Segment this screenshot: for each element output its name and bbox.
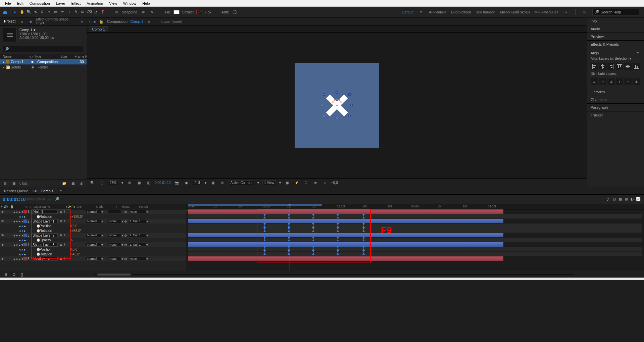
toggle-switches-icon[interactable]: ⊞ bbox=[3, 272, 9, 278]
chevron-right-icon[interactable]: » bbox=[563, 9, 569, 15]
keyframe[interactable] bbox=[312, 237, 314, 241]
render-queue-tab[interactable]: Render Queue bbox=[0, 188, 32, 194]
flowchart-icon[interactable]: ⊕ bbox=[312, 180, 318, 186]
comp-thumbnail[interactable] bbox=[3, 28, 17, 42]
rectangle-tool-icon[interactable]: ▭ bbox=[53, 9, 59, 15]
shy-icon[interactable]: ⤴ bbox=[605, 196, 611, 202]
panel-menu-icon[interactable]: ≡ bbox=[635, 50, 641, 56]
eraser-tool-icon[interactable]: ⌫ bbox=[86, 9, 92, 15]
keyframe[interactable] bbox=[362, 246, 365, 250]
keyframe[interactable] bbox=[263, 246, 266, 250]
timeline-comp-tab[interactable]: Comp 1 bbox=[37, 188, 58, 194]
layer-row[interactable]: 👁 ◂♦▸ ▾ 3 Shape Layer 2 ⊕ / Normal▾ None… bbox=[0, 233, 186, 238]
search-input[interactable]: 🔎 Search Help bbox=[592, 9, 639, 15]
menu-layer[interactable]: Layer bbox=[53, 1, 68, 6]
canvas[interactable] bbox=[295, 63, 379, 148]
panel-libraries[interactable]: Libraries bbox=[587, 88, 644, 96]
keyframe[interactable] bbox=[263, 228, 266, 232]
keyframe[interactable] bbox=[337, 246, 339, 250]
keyframe[interactable] bbox=[312, 214, 314, 218]
graph-editor-icon[interactable]: 📈 bbox=[635, 196, 641, 202]
brush-tool-icon[interactable]: ✎ bbox=[73, 9, 79, 15]
viewer-tab[interactable]: Comp 1 bbox=[89, 26, 108, 32]
snapshot-icon[interactable]: 📷 bbox=[174, 180, 180, 186]
project-search[interactable]: 🔎 bbox=[3, 46, 84, 52]
keyframe[interactable] bbox=[312, 228, 314, 232]
dist-top-icon[interactable]: ⫠ bbox=[591, 78, 598, 85]
snap-edge-icon[interactable]: ⊠ bbox=[140, 9, 146, 15]
resolution-icon[interactable]: ⊞ bbox=[127, 180, 133, 186]
guides-icon[interactable]: ⊞ bbox=[219, 180, 225, 186]
project-item[interactable]: ▸ Comp 1 ■ Composition 30 bbox=[0, 59, 87, 64]
project-item[interactable]: ▸📁 Solids ■ Folder bbox=[0, 64, 87, 70]
workspace-small[interactable]: Маленький экран bbox=[500, 10, 530, 14]
viewport[interactable] bbox=[87, 33, 587, 178]
effect-controls-link[interactable]: ■ bbox=[30, 19, 32, 23]
menu-window[interactable]: Window bbox=[120, 1, 139, 6]
puppet-tool-icon[interactable]: 📍 bbox=[100, 9, 106, 15]
project-tab[interactable]: Project bbox=[2, 18, 17, 25]
panel-preview[interactable]: Preview bbox=[587, 33, 644, 41]
viewer-time[interactable]: 0:00:01:10 bbox=[155, 181, 170, 185]
align-right-icon[interactable] bbox=[607, 63, 615, 70]
dist-hcenter-icon[interactable]: ⫟ bbox=[624, 78, 632, 85]
keyframe[interactable] bbox=[337, 228, 339, 232]
col-size[interactable]: Size bbox=[60, 55, 75, 58]
exposure-value[interactable]: +0,0 bbox=[331, 181, 338, 185]
keyframe[interactable] bbox=[362, 250, 365, 255]
brackets-icon[interactable]: {} bbox=[19, 272, 25, 278]
search-icon[interactable]: 🔎 bbox=[54, 196, 60, 202]
new-comp-icon[interactable]: ▦ bbox=[70, 181, 76, 187]
region-icon[interactable]: ▢ bbox=[99, 180, 105, 186]
magnify-icon[interactable]: 🔍 bbox=[89, 180, 95, 186]
align-left-icon[interactable] bbox=[591, 63, 598, 70]
keyframe[interactable] bbox=[337, 223, 339, 228]
menu-file[interactable]: File bbox=[2, 1, 14, 6]
zoom-slider[interactable] bbox=[94, 274, 574, 275]
comp-tab-name[interactable]: Comp 1 bbox=[130, 19, 143, 23]
snap-collapse-icon[interactable]: ✕ bbox=[149, 9, 155, 15]
keyframe[interactable] bbox=[263, 223, 266, 228]
property-row[interactable]: ◂♦▸ ⌚ Position 0,0,0 bbox=[0, 224, 186, 228]
comp-name[interactable]: Comp 1 ▾ bbox=[19, 28, 54, 32]
keyframe[interactable] bbox=[362, 228, 365, 232]
timeline-ruler[interactable]: 0:00f 10f 20f 01:00f 10f 20f 02:00f 10f … bbox=[186, 204, 644, 209]
keyframe[interactable] bbox=[337, 250, 339, 255]
panel-menu-icon[interactable]: ≡ bbox=[58, 188, 64, 194]
collapse-icon[interactable]: ⊡ bbox=[611, 196, 617, 202]
keyframe[interactable] bbox=[362, 214, 365, 218]
bpc-label[interactable]: 8 bpc bbox=[19, 182, 28, 185]
menu-animation[interactable]: Animation bbox=[84, 1, 106, 6]
playhead[interactable] bbox=[290, 204, 290, 271]
fast-preview-icon[interactable]: ⚡ bbox=[294, 180, 300, 186]
camera-dropdown[interactable]: Active Camera bbox=[229, 180, 254, 185]
pen-tool-icon[interactable]: ✒ bbox=[59, 9, 65, 15]
frame-blend-icon[interactable]: ⊞ bbox=[623, 196, 629, 202]
hand-tool-icon[interactable]: ✋ bbox=[19, 9, 25, 15]
keyframe[interactable] bbox=[337, 237, 339, 241]
resolution-dropdown[interactable]: Full bbox=[193, 180, 201, 185]
fill-swatch[interactable] bbox=[174, 10, 180, 14]
chevron-right-icon[interactable]: » bbox=[79, 18, 85, 25]
workspace-menu-icon[interactable]: ≡ bbox=[418, 9, 424, 15]
align-top-icon[interactable] bbox=[616, 63, 623, 70]
keyframe[interactable] bbox=[362, 237, 365, 241]
layer-row[interactable]: 👁 ◂♦▸ ▾ 4 Shape Layer 3 ⊕ / Normal▾ None… bbox=[0, 242, 186, 247]
keyframe[interactable] bbox=[312, 246, 314, 250]
views-dropdown[interactable]: 1 View bbox=[262, 180, 276, 185]
orbit-camera-icon[interactable]: ⟲ bbox=[33, 9, 39, 15]
stroke-width[interactable]: - px bbox=[205, 10, 211, 14]
menu-composition[interactable]: Composition bbox=[27, 1, 53, 6]
bpc-icon[interactable]: ▦ bbox=[11, 181, 17, 187]
panel-character[interactable]: Character bbox=[587, 96, 644, 104]
transparency-icon[interactable]: ▦ bbox=[136, 180, 142, 186]
clone-tool-icon[interactable]: ⧉ bbox=[80, 9, 86, 15]
align-hcenter-icon[interactable] bbox=[599, 63, 606, 70]
align-bottom-icon[interactable] bbox=[633, 63, 640, 70]
motion-blur-icon[interactable]: ◐ bbox=[629, 196, 635, 202]
dist-right-icon[interactable]: ⫝ bbox=[633, 78, 640, 85]
layer-row[interactable]: 👁 ◂♦▸ ▾ 1 [Null 1] ⊕ / Normal▾ ⊚ None▾ bbox=[0, 209, 186, 214]
panel-tracker[interactable]: Tracker bbox=[587, 111, 644, 119]
timeline-icon[interactable]: ⏱ bbox=[303, 180, 309, 186]
workspace-animation[interactable]: Анимация bbox=[429, 10, 446, 14]
